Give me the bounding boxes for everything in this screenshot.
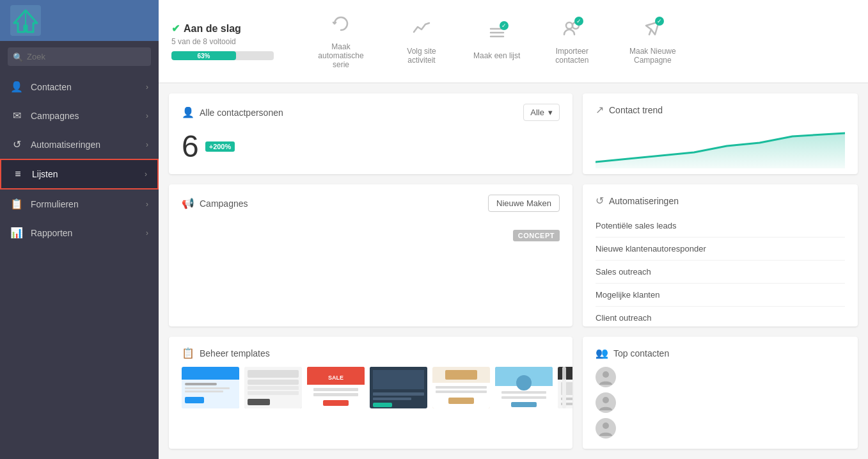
sidebar-item-lijsten[interactable]: ≡ Lijsten › <box>0 159 159 189</box>
sidebar-item-label: Formulieren <box>31 199 79 209</box>
svg-point-49 <box>603 371 609 378</box>
top-contacts-header: 👥 Top contacten <box>596 347 845 359</box>
svg-point-51 <box>603 423 609 429</box>
sidebar-item-rapporten[interactable]: 📊 Rapporten › <box>0 218 159 247</box>
automation-item-2[interactable]: Sales outreach <box>596 261 845 284</box>
automation-item-4[interactable]: Client outreach <box>596 307 845 326</box>
campaigns-header: 📢 Campagnes Nieuwe Maken <box>182 195 560 212</box>
step-nieuwe-campagne[interactable]: ✓ Maak Nieuwe Campagne <box>624 18 681 65</box>
svg-rect-9 <box>182 367 239 380</box>
trend-header: ↗ Contact trend <box>596 104 845 116</box>
check-icon: ✔ <box>171 22 180 35</box>
svg-line-8 <box>649 29 651 35</box>
formulieren-icon: 📋 <box>10 198 23 210</box>
step-importeer-contacten[interactable]: ✓ Importeer contacten <box>543 18 601 65</box>
concept-badge-area: CONCEPT <box>182 220 560 252</box>
avatar-1 <box>596 367 616 387</box>
campaigns-widget: 📢 Campagnes Nieuwe Maken CONCEPT <box>169 184 572 326</box>
automation-list: Potentiële sales leads Nieuwe klantenaut… <box>596 214 845 326</box>
sidebar-item-formulieren[interactable]: 📋 Formulieren › <box>0 189 159 218</box>
step-icon-maak-lijst: ✓ <box>487 22 507 47</box>
step-icon-nieuwe-campagne: ✓ <box>642 18 663 43</box>
progress-bar-fill: 63% <box>171 51 236 60</box>
svg-rect-36 <box>436 391 487 393</box>
trend-icon: ↗ <box>596 104 604 116</box>
step-label: Maak automatische serie <box>312 42 370 69</box>
top-contacts-list <box>596 367 845 439</box>
templates-icon: 📋 <box>182 347 194 359</box>
contact-trend-widget: ↗ Contact trend <box>583 93 858 174</box>
svg-text:SALE: SALE <box>328 374 343 381</box>
rapporten-icon: 📊 <box>10 227 23 239</box>
automation-item-1[interactable]: Nieuwe klantenautoresponder <box>596 238 845 261</box>
onboarding-title: ✔ Aan de slag <box>171 22 287 35</box>
svg-rect-20 <box>248 399 270 405</box>
svg-rect-19 <box>248 391 299 395</box>
svg-rect-11 <box>185 383 217 385</box>
template-thumb-6[interactable] <box>495 367 553 408</box>
lijsten-icon: ≡ <box>12 168 24 180</box>
progress-label: 63% <box>197 52 210 60</box>
svg-rect-17 <box>248 380 299 385</box>
trend-chart <box>596 124 845 162</box>
step-icon-importeer-contacten: ✓ <box>562 18 582 43</box>
svg-rect-43 <box>511 402 537 407</box>
step-site-activiteit[interactable]: Volg site activiteit <box>393 18 450 65</box>
templates-scroll-thumb <box>562 367 566 380</box>
top-contacts-widget: 👥 Top contacten <box>583 337 858 449</box>
new-campaign-button[interactable]: Nieuwe Maken <box>488 195 560 212</box>
contacts-header: 👤 Alle contactpersonen Alle ▾ <box>182 104 560 121</box>
contact-avatar-item-3[interactable] <box>596 418 845 439</box>
svg-rect-41 <box>501 391 546 394</box>
campaigns-title: 📢 Campagnes <box>182 197 248 209</box>
onboarding-steps: Maak automatische serie Volg site activi… <box>312 13 681 69</box>
app-logo <box>10 5 41 36</box>
svg-rect-29 <box>373 392 424 396</box>
contacts-filter-dropdown[interactable]: Alle ▾ <box>523 104 560 121</box>
sidebar-item-label: Automatiseringen <box>31 140 100 150</box>
main-content: ✔ Aan de slag 5 van de 8 voltooid 63% Ma… <box>159 0 868 459</box>
contact-avatar-item-1[interactable] <box>596 367 845 387</box>
automation-item-3[interactable]: Mogelijke klanten <box>596 284 845 307</box>
contacts-icon: 👤 <box>182 106 194 118</box>
template-thumb-4[interactable] <box>370 367 427 408</box>
sidebar-item-label: Rapporten <box>31 228 72 238</box>
automation-item-0[interactable]: Potentiële sales leads <box>596 214 845 238</box>
sidebar: 🔍 👤 Contacten › ✉ Campagnes › ↺ Automati… <box>0 0 159 459</box>
search-input[interactable] <box>8 47 151 66</box>
svg-rect-25 <box>313 393 358 396</box>
sidebar-item-campagnes[interactable]: ✉ Campagnes › <box>0 101 159 130</box>
svg-rect-37 <box>448 398 474 404</box>
template-thumb-1[interactable] <box>182 367 239 408</box>
sidebar-item-contacten[interactable]: 👤 Contacten › <box>0 72 159 101</box>
contact-avatar-item-2[interactable] <box>596 392 845 413</box>
sidebar-item-label: Lijsten <box>32 169 58 179</box>
svg-rect-18 <box>248 386 299 390</box>
progress-bar-container: 63% <box>171 51 274 60</box>
step-maak-lijst[interactable]: ✓ Maak een lijst <box>473 22 520 60</box>
svg-rect-42 <box>501 396 546 399</box>
template-thumb-5[interactable] <box>432 367 490 408</box>
campaigns-icon: 📢 <box>182 197 194 209</box>
avatar-3 <box>596 418 616 439</box>
onboarding-bar: ✔ Aan de slag 5 van de 8 voltooid 63% Ma… <box>159 0 868 83</box>
template-thumb-3[interactable]: SALE <box>307 367 365 408</box>
step-icon-automatische-serie <box>331 13 351 38</box>
svg-point-50 <box>603 397 609 403</box>
sidebar-nav: 👤 Contacten › ✉ Campagnes › ↺ Automatise… <box>0 72 159 247</box>
svg-rect-31 <box>373 403 392 407</box>
step-automatische-serie[interactable]: Maak automatische serie <box>312 13 370 69</box>
trend-svg <box>596 124 845 168</box>
step-label: Maak een lijst <box>473 51 520 60</box>
trend-title: ↗ Contact trend <box>596 104 663 116</box>
svg-rect-16 <box>248 370 299 378</box>
templates-header: 📋 Beheer templates <box>182 347 560 359</box>
sidebar-item-automatiseringen[interactable]: ↺ Automatiseringen › <box>0 130 159 159</box>
automations-title: ↺ Automatiseringen <box>596 195 679 207</box>
search-icon: 🔍 <box>13 52 23 61</box>
template-thumb-2[interactable] <box>244 367 302 408</box>
templates-grid: SALE <box>182 367 560 408</box>
step-label: Maak Nieuwe Campagne <box>624 47 681 65</box>
templates-scrollbar <box>562 367 566 408</box>
contacts-count: 6 +200% <box>182 129 560 164</box>
